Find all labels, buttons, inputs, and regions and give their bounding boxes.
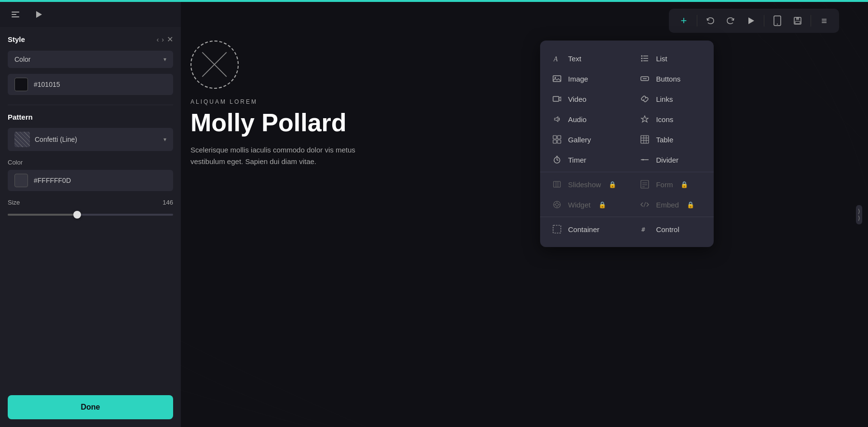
list-element-label: List xyxy=(656,55,667,63)
svg-line-53 xyxy=(644,202,646,207)
container-element-label: Container xyxy=(568,225,599,234)
svg-rect-2 xyxy=(12,16,19,17)
text-element-label: Text xyxy=(568,55,582,63)
element-icons[interactable]: Icons xyxy=(628,109,714,129)
control-element-icon: # xyxy=(639,225,650,234)
widget-element-icon xyxy=(552,200,562,209)
element-divider[interactable]: Divider xyxy=(628,150,714,170)
table-element-label: Table xyxy=(656,136,673,144)
form-lock-icon: 🔒 xyxy=(680,181,688,188)
pattern-color-hex: #FFFFFF0D xyxy=(34,177,71,184)
undo-button[interactable] xyxy=(701,12,719,30)
list-element-icon xyxy=(639,54,650,63)
mobile-preview-button[interactable] xyxy=(768,12,787,30)
add-element-button[interactable]: + xyxy=(675,12,693,30)
embed-element-icon xyxy=(639,200,650,209)
size-slider[interactable] xyxy=(8,210,173,220)
video-element-icon xyxy=(552,95,562,103)
pattern-dropdown-left: Confetti (Line) xyxy=(14,132,77,147)
color-hex-value: #101015 xyxy=(34,81,60,88)
links-element-icon xyxy=(639,95,650,103)
element-control[interactable]: # Control xyxy=(628,219,714,239)
close-button[interactable]: ✕ xyxy=(167,35,173,44)
element-timer[interactable]: Timer xyxy=(540,150,628,170)
close-panel-icon[interactable] xyxy=(8,7,23,22)
widget-element-label: Widget xyxy=(568,201,591,209)
collapse-icon: ⟩⟩ xyxy=(858,208,860,221)
form-element-label: Form xyxy=(656,180,673,189)
pattern-color-swatch xyxy=(14,174,28,187)
svg-point-20 xyxy=(555,77,556,79)
profile-card: ALIQUAM LOREM Molly Pollard Scelerisque … xyxy=(190,41,432,167)
nav-arrows: ‹ › ✕ xyxy=(157,35,173,44)
prev-arrow[interactable]: ‹ xyxy=(157,36,159,43)
svg-rect-43 xyxy=(641,180,649,188)
svg-rect-54 xyxy=(553,225,561,233)
embed-lock-icon: 🔒 xyxy=(687,201,694,208)
size-label: Size xyxy=(8,199,20,206)
svg-point-8 xyxy=(777,24,778,25)
links-element-label: Links xyxy=(656,95,673,103)
done-button[interactable]: Done xyxy=(8,395,173,419)
icons-element-label: Icons xyxy=(656,115,673,124)
embed-element-label: Embed xyxy=(656,201,679,209)
svg-marker-6 xyxy=(748,17,754,24)
svg-text:A: A xyxy=(553,55,558,63)
sidebar-toolbar xyxy=(0,2,181,27)
svg-point-17 xyxy=(641,58,643,59)
svg-point-39 xyxy=(642,159,644,161)
timer-element-icon xyxy=(552,155,562,164)
svg-rect-26 xyxy=(553,140,556,143)
element-gallery[interactable]: Gallery xyxy=(540,129,628,150)
form-element-icon xyxy=(639,180,650,189)
table-element-icon xyxy=(639,135,650,144)
element-text[interactable]: A Text xyxy=(540,48,628,69)
element-links[interactable]: Links xyxy=(628,89,714,109)
slideshow-element-icon xyxy=(552,180,562,189)
sidebar-content: Style ‹ › ✕ Color ▾ #101015 Pattern xyxy=(0,27,181,395)
svg-rect-24 xyxy=(553,136,556,139)
element-audio[interactable]: Audio xyxy=(540,109,628,129)
slideshow-element-label: Slideshow xyxy=(568,180,601,189)
element-table[interactable]: Table xyxy=(628,129,714,150)
play-button[interactable] xyxy=(742,12,760,30)
pattern-dropdown[interactable]: Confetti (Line) ▾ xyxy=(8,128,173,151)
play-preview-icon[interactable] xyxy=(31,7,46,22)
right-collapse-button[interactable]: ⟩⟩ xyxy=(856,205,862,224)
redo-button[interactable] xyxy=(721,12,740,30)
canvas-area: ALIQUAM LOREM Molly Pollard Scelerisque … xyxy=(181,2,868,427)
svg-rect-10 xyxy=(796,17,799,20)
pattern-name: Confetti (Line) xyxy=(35,136,77,143)
image-element-icon xyxy=(552,74,562,83)
elements-divider xyxy=(540,172,714,172)
element-image[interactable]: Image xyxy=(540,69,628,89)
background-color-field[interactable]: #101015 xyxy=(8,74,173,95)
save-button[interactable] xyxy=(788,12,807,30)
pattern-dropdown-arrow: ▾ xyxy=(163,136,166,143)
element-buttons[interactable]: Buttons xyxy=(628,69,714,89)
svg-rect-1 xyxy=(12,14,16,15)
widget-lock-icon: 🔒 xyxy=(598,201,606,208)
video-element-label: Video xyxy=(568,95,586,103)
elements-divider-2 xyxy=(540,217,714,217)
slider-track xyxy=(8,214,173,216)
menu-button[interactable]: ≡ xyxy=(815,12,833,30)
element-form[interactable]: Form 🔒 xyxy=(628,174,714,194)
color-dropdown[interactable]: Color ▾ xyxy=(8,51,173,68)
add-icon: + xyxy=(681,14,687,27)
svg-rect-40 xyxy=(554,181,560,187)
pattern-preview xyxy=(14,132,30,147)
element-slideshow[interactable]: Slideshow 🔒 xyxy=(540,174,628,194)
element-list[interactable]: List xyxy=(628,48,714,69)
svg-point-18 xyxy=(641,60,643,62)
element-widget[interactable]: Widget 🔒 xyxy=(540,194,628,215)
element-container[interactable]: Container xyxy=(540,219,628,239)
next-arrow[interactable]: › xyxy=(162,36,164,43)
slider-thumb[interactable] xyxy=(73,211,81,219)
element-embed[interactable]: Embed 🔒 xyxy=(628,194,714,215)
size-row: Size 146 xyxy=(8,199,173,206)
element-video[interactable]: Video xyxy=(540,89,628,109)
svg-text:#: # xyxy=(641,226,645,233)
pattern-color-field[interactable]: #FFFFFF0D xyxy=(8,170,173,191)
text-element-icon: A xyxy=(552,54,562,63)
